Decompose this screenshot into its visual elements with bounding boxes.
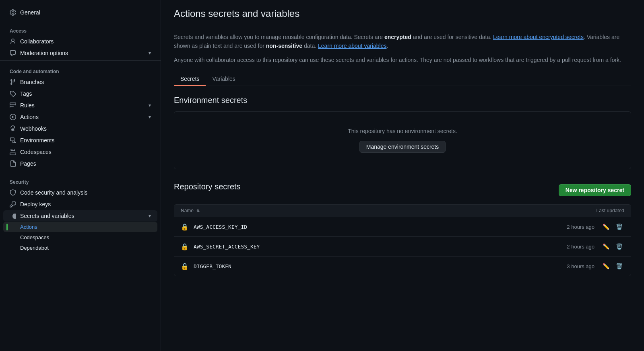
rules-icon — [10, 102, 16, 109]
table-header-updated: Last updated — [597, 208, 624, 213]
section-label-access: Access — [0, 22, 161, 35]
description-paragraph-2: Anyone with collaborator access to this … — [174, 55, 631, 64]
section-label-security: Security — [0, 173, 161, 187]
sidebar-secrets-label: Secrets and variables — [20, 213, 74, 219]
encrypted-secrets-link[interactable]: Learn more about encrypted secrets — [493, 34, 584, 40]
edit-secret-button[interactable]: ✏️ — [601, 261, 611, 271]
delete-secret-button[interactable]: 🗑️ — [614, 261, 624, 271]
table-row: 🔒 AWS_ACCESS_KEY_ID 2 hours ago ✏️ 🗑️ — [174, 217, 631, 237]
secret-icon — [10, 213, 16, 219]
sort-icon[interactable]: ⇅ — [196, 209, 200, 213]
secrets-chevron-icon: ▾ — [149, 213, 151, 219]
person-icon — [10, 38, 16, 45]
sidebar-item-tags[interactable]: Tags — [3, 88, 157, 99]
sidebar-codespaces-label: Codespaces — [20, 149, 52, 155]
sub-item-codespaces-label: Codespaces — [20, 234, 49, 240]
repo-secrets-title: Repository secrets — [174, 182, 241, 191]
sidebar-webhooks-label: Webhooks — [20, 125, 47, 132]
sidebar-tags-label: Tags — [20, 90, 32, 97]
actions-icon — [10, 114, 16, 120]
tabs-container: Secrets Variables — [174, 72, 631, 86]
table-row: 🔒 DIGGER_TOKEN 3 hours ago ✏️ 🗑️ — [174, 257, 631, 276]
actions-chevron-icon: ▾ — [149, 114, 151, 120]
secret-actions: ✏️ 🗑️ — [601, 222, 624, 232]
environment-icon — [10, 137, 16, 144]
description-paragraph-1: Secrets and variables allow you to manag… — [174, 33, 631, 51]
sub-item-dependabot-label: Dependabot — [20, 245, 49, 251]
env-secrets-title: Environment secrets — [174, 96, 631, 105]
sidebar-rules-label: Rules — [20, 102, 35, 109]
page-title: Actions secrets and variables — [174, 8, 631, 26]
secret-updated: 2 hours ago — [567, 244, 594, 250]
branches-icon — [10, 79, 16, 85]
sidebar-item-actions[interactable]: Actions ▾ — [3, 111, 157, 123]
rules-chevron-icon: ▾ — [149, 103, 151, 108]
key-icon — [10, 201, 16, 207]
moderation-chevron-icon: ▾ — [149, 50, 151, 56]
sidebar-codesecurity-label: Code security and analysis — [20, 189, 87, 196]
sidebar-deploykeys-label: Deploy keys — [20, 201, 51, 207]
edit-secret-button[interactable]: ✏️ — [601, 222, 611, 232]
new-repository-secret-button[interactable]: New repository secret — [559, 184, 631, 196]
variables-link[interactable]: Learn more about variables — [318, 43, 386, 49]
secret-actions: ✏️ 🗑️ — [601, 242, 624, 251]
secrets-table-header: Name ⇅ Last updated — [174, 205, 631, 217]
secret-updated: 3 hours ago — [567, 263, 594, 269]
sidebar-item-environments[interactable]: Environments — [3, 135, 157, 146]
sidebar-item-general-label: General — [20, 9, 40, 16]
sidebar-item-moderation[interactable]: Moderation options ▾ — [3, 47, 157, 59]
tag-icon — [10, 90, 16, 97]
sub-item-actions-label: Actions — [20, 224, 37, 230]
shield-icon — [10, 189, 16, 196]
sidebar-pages-label: Pages — [20, 160, 36, 167]
table-row: 🔒 AWS_SECRET_ACCESS_KEY 2 hours ago ✏️ 🗑… — [174, 237, 631, 257]
sidebar-item-deploykeys[interactable]: Deploy keys — [3, 199, 157, 210]
secrets-table: Name ⇅ Last updated 🔒 AWS_ACCESS_KEY_ID … — [174, 204, 631, 276]
table-header-name: Name ⇅ — [181, 208, 200, 213]
secret-name: AWS_SECRET_ACCESS_KEY — [194, 244, 567, 250]
secret-name: DIGGER_TOKEN — [194, 263, 567, 269]
sidebar-item-branches[interactable]: Branches — [3, 76, 157, 88]
sidebar-sub-item-dependabot[interactable]: Dependabot — [3, 243, 157, 253]
delete-secret-button[interactable]: 🗑️ — [614, 242, 624, 251]
sidebar-actions-label: Actions — [20, 114, 39, 120]
gear-icon — [10, 9, 16, 16]
webhook-icon — [10, 125, 16, 132]
tab-secrets[interactable]: Secrets — [174, 72, 206, 86]
sidebar-branches-label: Branches — [20, 79, 44, 85]
sidebar-item-pages[interactable]: Pages — [3, 158, 157, 169]
edit-secret-button[interactable]: ✏️ — [601, 242, 611, 251]
codespaces-icon — [10, 149, 16, 155]
repo-secrets-header: Repository secrets New repository secret — [174, 182, 631, 198]
delete-secret-button[interactable]: 🗑️ — [614, 222, 624, 232]
sidebar-item-general[interactable]: General — [3, 7, 157, 18]
secret-actions: ✏️ 🗑️ — [601, 261, 624, 271]
sidebar-moderation-label: Moderation options — [20, 50, 68, 56]
tab-variables[interactable]: Variables — [206, 72, 242, 86]
sidebar-sub-item-codespaces[interactable]: Codespaces — [3, 232, 157, 242]
sidebar: General Access Collaborators Moderation … — [0, 0, 161, 351]
manage-env-secrets-button[interactable]: Manage environment secrets — [359, 141, 446, 153]
sidebar-item-collaborators[interactable]: Collaborators — [3, 36, 157, 47]
sidebar-collaborators-label: Collaborators — [20, 38, 54, 45]
pages-icon — [10, 160, 16, 167]
sidebar-item-rules[interactable]: Rules ▾ — [3, 100, 157, 111]
main-content: Actions secrets and variables Secrets an… — [161, 0, 644, 351]
section-label-code: Code and automation — [0, 62, 161, 76]
secret-name: AWS_ACCESS_KEY_ID — [194, 224, 567, 230]
lock-icon: 🔒 — [181, 243, 189, 250]
lock-icon: 🔒 — [181, 263, 189, 270]
sidebar-item-webhooks[interactable]: Webhooks — [3, 123, 157, 134]
comment-icon — [10, 50, 16, 56]
sidebar-item-codesecurity[interactable]: Code security and analysis — [3, 187, 157, 198]
sidebar-item-secrets[interactable]: Secrets and variables ▾ — [3, 210, 157, 222]
sidebar-environments-label: Environments — [20, 137, 55, 144]
sidebar-item-codespaces[interactable]: Codespaces — [3, 146, 157, 158]
env-secrets-box: This repository has no environment secre… — [174, 111, 631, 169]
sidebar-sub-item-actions[interactable]: Actions — [3, 222, 157, 232]
lock-icon: 🔒 — [181, 223, 189, 231]
env-secrets-empty-message: This repository has no environment secre… — [182, 128, 623, 134]
secret-updated: 2 hours ago — [567, 224, 594, 230]
